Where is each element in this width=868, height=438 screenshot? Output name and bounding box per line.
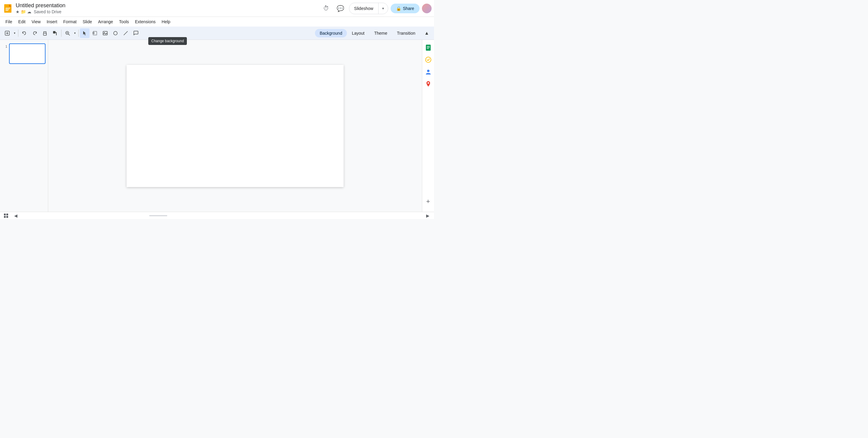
toolbar-collapse-button[interactable]: ▲ <box>422 28 432 38</box>
collapse-panel-button[interactable]: ◀ <box>12 212 19 219</box>
svg-rect-9 <box>44 34 46 35</box>
menu-file[interactable]: File <box>2 18 16 25</box>
zoom-indicator <box>149 215 167 216</box>
share-label: Share <box>403 6 414 11</box>
sheets-sidebar-icon[interactable] <box>423 42 434 53</box>
slideshow-dropdown-button[interactable]: ▾ <box>378 3 388 14</box>
menu-arrange[interactable]: Arrange <box>95 18 116 25</box>
svg-rect-4 <box>5 10 8 11</box>
slide-thumbnail-row: 1 <box>1 42 47 65</box>
cloud-icon[interactable]: ☁ <box>27 9 31 14</box>
slideshow-btn-group: Slideshow ▾ <box>349 3 388 14</box>
bottom-right: ▶ <box>424 212 432 219</box>
svg-point-20 <box>114 31 117 35</box>
image-button[interactable] <box>100 28 110 38</box>
svg-rect-29 <box>4 213 6 215</box>
history-button[interactable]: ⏱ <box>320 2 332 14</box>
menu-edit[interactable]: Edit <box>16 18 29 25</box>
svg-line-21 <box>124 31 127 35</box>
select-button[interactable] <box>80 28 90 38</box>
undo-button[interactable] <box>20 28 29 38</box>
svg-line-13 <box>68 34 70 35</box>
svg-rect-2 <box>5 8 10 8</box>
print-button[interactable] <box>40 28 50 38</box>
move-button[interactable] <box>90 28 100 38</box>
slide-canvas[interactable] <box>127 65 344 187</box>
svg-rect-23 <box>427 46 430 47</box>
menu-slide[interactable]: Slide <box>80 18 95 25</box>
bottom-bar: ◀ ▶ <box>0 212 434 219</box>
svg-rect-30 <box>6 213 8 215</box>
toolbar: ▾ <box>0 27 434 40</box>
zoom-group: ▾ <box>63 28 77 38</box>
line-button[interactable] <box>121 28 130 38</box>
tab-layout[interactable]: Layout <box>347 29 369 37</box>
add-btn-group: ▾ <box>2 28 17 38</box>
add-dropdown[interactable]: ▾ <box>12 28 17 38</box>
canvas-area[interactable] <box>48 40 422 212</box>
svg-rect-25 <box>427 48 429 49</box>
tab-theme[interactable]: Theme <box>369 29 392 37</box>
slide-panel: 1 <box>0 40 48 212</box>
zoom-button[interactable] <box>63 28 72 38</box>
right-sidebar: + <box>422 40 434 212</box>
share-button[interactable]: 🔒 Share <box>391 4 420 13</box>
slide-tabs: Background Layout Theme Transition <box>315 29 420 37</box>
slide-thumbnail-1[interactable] <box>9 43 45 64</box>
svg-point-26 <box>426 57 431 62</box>
shapes-button[interactable] <box>111 28 120 38</box>
menu-insert[interactable]: Insert <box>44 18 60 25</box>
star-icon[interactable]: ★ <box>16 9 20 14</box>
menu-tools[interactable]: Tools <box>116 18 132 25</box>
menu-bar: File Edit View Insert Format Slide Arran… <box>0 17 434 27</box>
redo-button[interactable] <box>30 28 39 38</box>
comments-button[interactable]: 💬 <box>335 2 347 14</box>
paint-format-button[interactable] <box>50 28 60 38</box>
tab-background[interactable]: Background <box>315 29 347 37</box>
svg-rect-24 <box>427 47 430 48</box>
menu-view[interactable]: View <box>29 18 44 25</box>
svg-point-10 <box>46 33 47 34</box>
save-status: Saved to Drive <box>34 9 61 14</box>
sidebar-add-button[interactable]: + <box>423 196 434 207</box>
divider-1 <box>18 30 19 37</box>
main-area: 1 <box>0 40 434 212</box>
expand-panel-button[interactable]: ▶ <box>424 212 432 219</box>
title-bar: Untitled presentation ★ 📁 ☁ Saved to Dri… <box>0 0 434 17</box>
add-button[interactable] <box>2 28 12 38</box>
tasks-sidebar-icon[interactable] <box>423 54 434 65</box>
header-right: ⏱ 💬 Slideshow ▾ 🔒 Share <box>320 2 432 14</box>
svg-rect-11 <box>53 31 56 33</box>
svg-rect-32 <box>6 216 8 218</box>
share-lock-icon: 🔒 <box>396 6 401 11</box>
svg-rect-3 <box>5 9 9 10</box>
comment-button[interactable] <box>131 28 141 38</box>
menu-extensions[interactable]: Extensions <box>132 18 158 25</box>
folder-icon[interactable]: 📁 <box>21 9 26 14</box>
maps-sidebar-icon[interactable] <box>423 79 434 89</box>
svg-point-27 <box>427 70 430 72</box>
svg-point-28 <box>427 82 429 84</box>
user-avatar[interactable] <box>422 4 432 13</box>
app-icon <box>2 3 13 14</box>
menu-help[interactable]: Help <box>158 18 173 25</box>
grid-view-button[interactable] <box>2 212 10 219</box>
zoom-dropdown[interactable]: ▾ <box>72 28 77 38</box>
title-area: Untitled presentation ★ 📁 ☁ Saved to Dri… <box>16 2 65 14</box>
title-icons: ★ 📁 ☁ Saved to Drive <box>16 9 65 14</box>
svg-rect-17 <box>93 32 95 34</box>
document-title[interactable]: Untitled presentation <box>16 2 65 9</box>
menu-format[interactable]: Format <box>60 18 80 25</box>
slide-number-1: 1 <box>2 43 7 48</box>
svg-rect-31 <box>4 216 6 218</box>
tab-transition[interactable]: Transition <box>392 29 420 37</box>
slideshow-button[interactable]: Slideshow <box>349 4 378 13</box>
people-sidebar-icon[interactable] <box>423 66 434 77</box>
